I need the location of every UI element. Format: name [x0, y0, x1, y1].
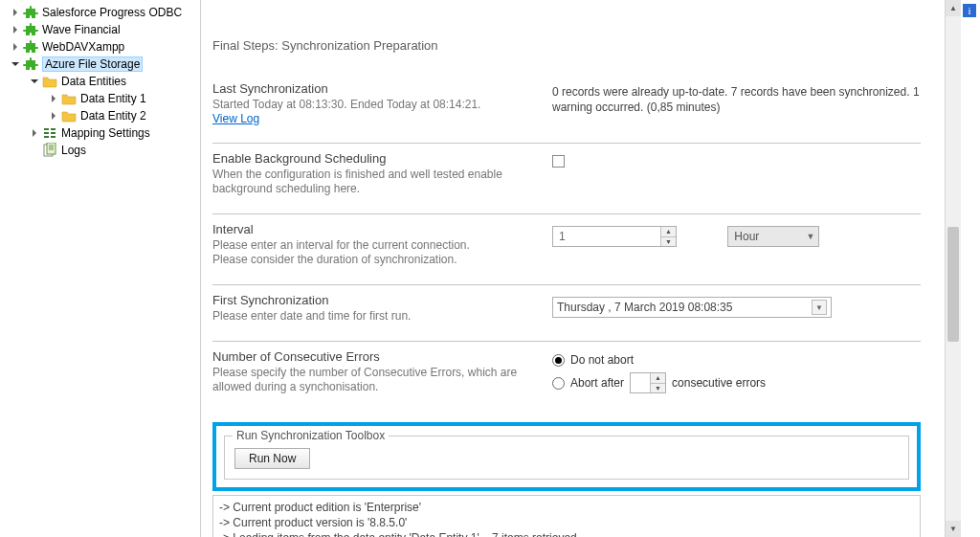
- chevron-down-icon[interactable]: [10, 58, 21, 70]
- tree-node-label: WebDAVXampp: [42, 40, 124, 54]
- tree-node-label: Data Entities: [61, 75, 126, 88]
- tree-node-label: Logs: [61, 144, 86, 157]
- chevron-right-icon[interactable]: [10, 41, 21, 53]
- chevron-right-icon[interactable]: [48, 110, 59, 122]
- run-toolbox-group: Run Synchronization Toolbox Run Now: [224, 436, 909, 480]
- interval-value-field[interactable]: ▲▼: [552, 226, 677, 247]
- tree-node[interactable]: Logs: [0, 142, 200, 159]
- first-sync-datetime[interactable]: Thursday , 7 March 2019 08:08:35 ▼: [552, 297, 832, 318]
- tree-node[interactable]: WebDAVXampp: [0, 38, 200, 56]
- interval-unit-combo[interactable]: Hour ▼: [727, 226, 819, 247]
- scroll-up-button[interactable]: ▲: [946, 0, 961, 16]
- tree-node[interactable]: Azure File Storage: [0, 56, 200, 73]
- info-icon[interactable]: i: [963, 4, 976, 17]
- run-toolbox-highlight: Run Synchronization Toolbox Run Now: [212, 422, 921, 491]
- log-line: -> Loading items from the data entity 'D…: [219, 530, 914, 537]
- tree-node[interactable]: Mapping Settings: [0, 124, 200, 142]
- radio-do-not-abort[interactable]: Do not abort: [552, 353, 921, 367]
- bg-sched-checkbox[interactable]: [552, 155, 565, 168]
- log-line: -> Current product version is '8.8.5.0': [219, 515, 914, 530]
- scroll-track[interactable]: [946, 16, 961, 521]
- view-log-link[interactable]: View Log: [212, 112, 259, 125]
- tree-node[interactable]: Data Entity 2: [0, 107, 200, 124]
- first-sync-desc: Please enter date and time for first run…: [212, 309, 543, 324]
- main-scrollbar[interactable]: ▲ ▼: [945, 0, 961, 537]
- tree-node-label: Data Entity 2: [80, 109, 146, 123]
- folder-icon: [61, 108, 77, 123]
- tree-node-label: Mapping Settings: [61, 126, 150, 140]
- logs-icon: [42, 143, 57, 158]
- tree-node[interactable]: Data Entities: [0, 73, 200, 90]
- app-right-border: i: [961, 0, 980, 537]
- interval-value-input[interactable]: [553, 227, 660, 246]
- svg-rect-1: [47, 143, 56, 154]
- last-sync-title: Last Synchronization: [212, 81, 543, 96]
- section-consecutive-errors: Number of Consecutive Errors Please spec…: [212, 341, 921, 416]
- puzzle-green-icon: [23, 5, 38, 20]
- folder-icon: [42, 74, 57, 89]
- radio-abort-after[interactable]: Abort after ▲▼ consecutive errors: [552, 372, 921, 393]
- puzzle-green-icon: [23, 39, 38, 55]
- bg-sched-desc: When the configuration is finished and w…: [212, 168, 543, 196]
- log-line: -> Current product edition is 'Enterpris…: [219, 500, 914, 515]
- tree-node[interactable]: Data Entity 1: [0, 90, 200, 107]
- radio-do-not-abort-label: Do not abort: [570, 353, 634, 367]
- puzzle-green-icon: [23, 56, 38, 72]
- abort-after-input[interactable]: [631, 373, 650, 392]
- tree-node-label: Wave Financial: [42, 23, 121, 36]
- interval-title: Interval: [212, 222, 543, 236]
- bg-sched-title: Enable Background Scheduling: [212, 151, 543, 166]
- run-now-button[interactable]: Run Now: [234, 448, 310, 469]
- scroll-thumb[interactable]: [947, 227, 959, 342]
- section-last-sync: Last Synchronization Started Today at 08…: [212, 81, 921, 143]
- chevron-down-icon: ▼: [806, 232, 814, 241]
- connections-tree[interactable]: Salesforce Progress ODBCWave FinancialWe…: [0, 4, 200, 159]
- interval-desc1: Please enter an interval for the current…: [212, 238, 543, 253]
- run-toolbox-legend: Run Synchronization Toolbox: [233, 429, 389, 442]
- chevron-right-icon[interactable]: [10, 24, 21, 35]
- last-sync-result: 0 records were already up-to-date. 7 rec…: [552, 85, 921, 115]
- svg-text:i: i: [968, 5, 970, 16]
- tree-node-label: Salesforce Progress ODBC: [42, 6, 182, 19]
- main-content: Final Steps: Synchronization Preparation…: [201, 0, 961, 537]
- tree-node-label: Azure File Storage: [42, 56, 143, 72]
- interval-spinner[interactable]: ▲▼: [660, 227, 676, 246]
- abort-after-field[interactable]: ▲▼: [630, 372, 666, 393]
- chevron-right-icon[interactable]: [48, 93, 59, 104]
- tree-node[interactable]: Wave Financial: [0, 21, 200, 38]
- section-first-sync: First Synchronization Please enter date …: [212, 284, 921, 341]
- mapping-icon: [42, 125, 57, 141]
- tree-node[interactable]: Salesforce Progress ODBC: [0, 4, 200, 21]
- radio-abort-after-post: consecutive errors: [672, 376, 766, 390]
- errors-desc: Please specify the number of Consecutive…: [212, 366, 543, 394]
- section-interval: Interval Please enter an interval for th…: [212, 213, 921, 284]
- chevron-down-icon[interactable]: [29, 76, 40, 87]
- sync-log-output[interactable]: -> Current product edition is 'Enterpris…: [212, 495, 921, 537]
- radio-do-not-abort-btn[interactable]: [552, 354, 565, 367]
- calendar-dropdown-icon[interactable]: ▼: [812, 300, 827, 315]
- radio-abort-after-pre: Abort after: [570, 376, 624, 390]
- interval-unit-label: Hour: [734, 230, 759, 243]
- chevron-right-icon[interactable]: [29, 127, 40, 139]
- connections-tree-panel: Salesforce Progress ODBCWave FinancialWe…: [0, 0, 201, 537]
- first-sync-title: First Synchronization: [212, 293, 543, 307]
- scroll-down-button[interactable]: ▼: [946, 521, 961, 537]
- radio-abort-after-btn[interactable]: [552, 377, 565, 390]
- interval-desc2: Please consider the duration of synchron…: [212, 253, 543, 267]
- tree-node-label: Data Entity 1: [80, 92, 146, 105]
- puzzle-green-icon: [23, 22, 38, 37]
- last-sync-desc: Started Today at 08:13:30. Ended Today a…: [212, 98, 543, 112]
- first-sync-value: Thursday , 7 March 2019 08:08:35: [557, 301, 732, 314]
- errors-title: Number of Consecutive Errors: [212, 349, 543, 364]
- page-title: Final Steps: Synchronization Preparation: [212, 38, 921, 53]
- abort-after-spinner[interactable]: ▲▼: [650, 373, 665, 392]
- chevron-right-icon[interactable]: [10, 7, 21, 18]
- section-bg-scheduling: Enable Background Scheduling When the co…: [212, 143, 921, 213]
- folder-icon: [61, 91, 77, 106]
